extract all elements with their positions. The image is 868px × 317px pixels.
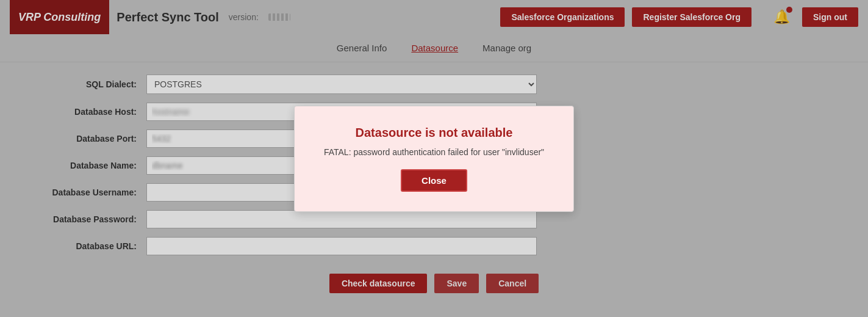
modal-title: Datasource is not available (324, 126, 544, 140)
modal-overlay: Datasource is not available FATAL: passw… (0, 0, 868, 317)
modal-message: FATAL: password authentication failed fo… (324, 147, 544, 157)
modal-close-button[interactable]: Close (401, 169, 467, 192)
error-modal: Datasource is not available FATAL: passw… (294, 106, 574, 212)
